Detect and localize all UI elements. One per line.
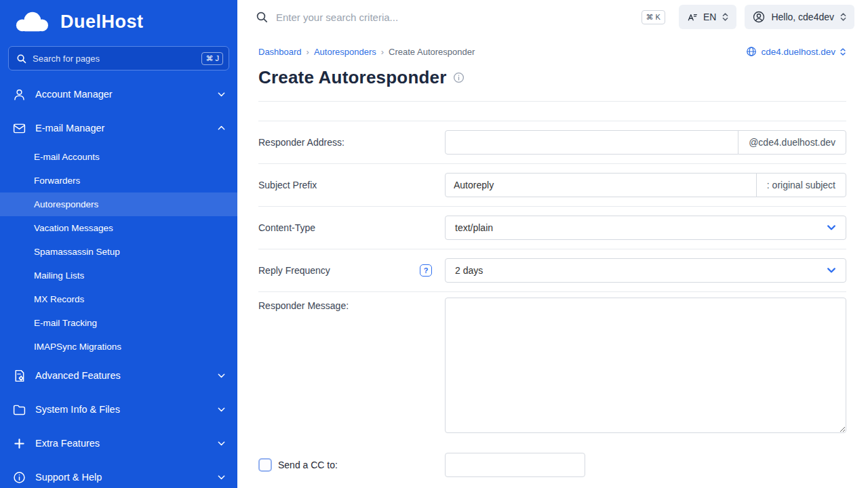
search-icon [16,54,26,64]
sidebar-item-label: Support & Help [35,472,102,483]
subject-prefix-input[interactable] [445,173,757,197]
page-title: Create Autoresponder [258,67,447,88]
autoresponder-form: Responder Address: @cde4.duelhost.dev Su… [258,121,846,488]
sidebar-item-label: System Info & Files [35,404,120,415]
sidebar-item-forwarders[interactable]: Forwarders [0,169,237,192]
info-circle-icon [12,470,26,485]
content-type-value: text/plain [455,222,493,233]
chevron-down-icon [216,371,226,380]
breadcrumb-autoresponders[interactable]: Autoresponders [314,47,376,57]
chevron-up-down-icon [840,47,846,57]
responder-message-control [445,298,846,436]
sidebar-item-support-help[interactable]: Support & Help [0,460,237,488]
user-icon [12,87,26,102]
help-badge[interactable]: ? [420,264,432,277]
form-row-content-type: Content-Type text/plain [258,207,846,249]
language-selector[interactable]: EN [679,5,736,29]
cloud-logo-icon [10,9,54,35]
breadcrumb-dashboard[interactable]: Dashboard [258,47,302,57]
sidebar-item-advanced-features[interactable]: Advanced Features [0,359,237,392]
user-menu[interactable]: Hello, cde4dev [745,5,854,29]
responder-address-label: Responder Address: [258,137,445,148]
sidebar-item-autoresponders[interactable]: Autoresponders [0,192,237,216]
reply-frequency-control: 2 days [445,258,846,283]
responder-address-control: @cde4.duelhost.dev [445,130,846,155]
user-greeting: Hello, cde4dev [771,12,834,22]
domain-value: cde4.duelhost.dev [761,47,835,57]
chevron-up-down-icon [722,12,729,22]
chevron-down-icon [216,439,226,447]
sidebar-item-label: Account Manager [35,89,113,100]
sidebar: DuelHost Search for pages ⌘ J Account Ma… [0,0,237,488]
breadcrumb-separator: › [381,47,384,57]
send-cc-control [445,453,846,477]
reply-frequency-select[interactable]: 2 days [445,258,846,283]
content-type-label: Content-Type [258,222,445,233]
language-value: EN [703,12,716,22]
globe-icon [746,46,757,57]
responder-message-textarea[interactable] [445,298,846,433]
breadcrumb-row: Dashboard › Autoresponders › Create Auto… [258,46,846,57]
sub-item-label: E-mail Tracking [34,318,97,328]
sub-item-label: E-mail Accounts [34,152,100,162]
content-type-control: text/plain [445,216,846,240]
breadcrumb-current: Create Autoresponder [389,47,475,57]
sidebar-item-extra-features[interactable]: Extra Features [0,426,237,460]
send-cc-input[interactable] [445,453,585,477]
app-root: DuelHost Search for pages ⌘ J Account Ma… [0,0,868,488]
chevron-down-icon [827,224,836,231]
responder-address-input[interactable] [445,130,738,155]
sidebar-item-account-manager[interactable]: Account Manager [0,77,237,111]
sidebar-item-system-info-files[interactable]: System Info & Files [0,392,237,426]
sub-item-label: Forwarders [34,176,80,186]
sidebar-search-shortcut: ⌘ J [201,52,223,65]
chevron-down-icon [216,473,226,481]
sidebar-item-label: Extra Features [35,438,100,449]
page-title-row: Create Autoresponder [258,67,846,102]
user-circle-icon [752,10,766,24]
sub-item-label: IMAPSync Migrations [34,342,121,352]
responder-address-domain-suffix: @cde4.duelhost.dev [738,130,846,155]
sidebar-item-vacation-messages[interactable]: Vacation Messages [0,216,237,240]
send-cc-label: Send a CC to: [278,460,338,470]
reply-frequency-label-cell: Reply Frequency ? [258,264,445,277]
global-search-input[interactable] [275,11,642,24]
chevron-up-down-icon [840,12,847,22]
sidebar-item-imapsync-migrations[interactable]: IMAPSync Migrations [0,335,237,359]
chevron-down-icon [216,405,226,413]
sidebar-item-email-accounts[interactable]: E-mail Accounts [0,145,237,169]
sidebar-item-email-manager[interactable]: E-mail Manager [0,111,237,145]
sub-item-label: Mailing Lists [34,270,84,281]
translate-icon [686,12,698,23]
topbar: ⌘ K EN [237,0,868,34]
content-type-select[interactable]: text/plain [445,216,846,240]
sidebar-item-mailing-lists[interactable]: Mailing Lists [0,264,237,287]
sidebar-item-email-tracking[interactable]: E-mail Tracking [0,311,237,335]
search-icon [256,11,268,23]
sidebar-item-mx-records[interactable]: MX Records [0,287,237,311]
form-row-responder-message: Responder Message: [258,292,846,444]
sub-item-label: Autoresponders [34,199,98,209]
form-row-send-cc: Send a CC to: [258,444,846,488]
chevron-up-icon [216,124,226,132]
info-icon[interactable] [453,72,465,83]
global-search-shortcut: ⌘ K [642,10,665,24]
document-gear-icon [12,369,26,383]
brand-logo[interactable]: DuelHost [0,0,237,41]
mail-icon [12,121,26,136]
form-row-responder-address: Responder Address: @cde4.duelhost.dev [258,121,846,164]
chevron-down-icon [216,90,226,98]
domain-selector[interactable]: cde4.duelhost.dev [746,46,846,57]
main-column: ⌘ K EN [237,0,868,488]
content-area: Dashboard › Autoresponders › Create Auto… [237,34,868,488]
email-manager-submenu: E-mail Accounts Forwarders Autoresponder… [0,145,237,359]
sidebar-item-spamassassin-setup[interactable]: Spamassassin Setup [0,240,237,264]
send-cc-label-cell: Send a CC to: [258,458,445,472]
subject-prefix-group: : original subject [445,173,846,197]
sub-item-label: Spamassassin Setup [34,247,120,257]
form-row-reply-frequency: Reply Frequency ? 2 days [258,249,846,292]
send-cc-checkbox[interactable] [258,458,272,472]
responder-address-group: @cde4.duelhost.dev [445,130,846,155]
sidebar-search[interactable]: Search for pages ⌘ J [8,46,229,70]
subject-prefix-suffix: : original subject [756,173,846,197]
